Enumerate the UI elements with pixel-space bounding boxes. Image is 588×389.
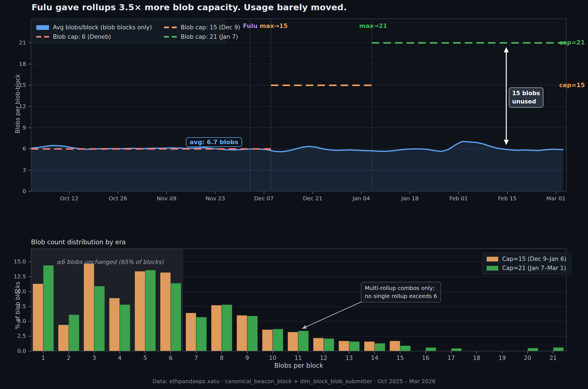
bar-cap15-14: [364, 342, 374, 351]
max15-label: max→15: [260, 22, 287, 29]
top-x-tick-label: Mar 01: [546, 195, 566, 202]
bar-cap21-3: [94, 286, 105, 351]
cap21-line-label: cap=21: [559, 39, 585, 46]
legend-label: Blob cap: 6 (Deneb): [53, 33, 111, 40]
bottom-x-tick-label: 9: [245, 355, 249, 361]
bar-cap21-15: [400, 346, 410, 351]
bar-cap15-6: [160, 273, 171, 351]
bar-cap21-8: [222, 305, 232, 351]
top-x-tick-label: Feb 15: [498, 195, 517, 202]
bottom-x-tick-label: 12: [320, 355, 327, 361]
fulu-fork-annotation: Fulu max→15: [243, 22, 288, 29]
bar-cap15-11: [288, 332, 298, 351]
bottom-x-tick-label: 13: [345, 355, 353, 361]
max21-annotation: max→21: [359, 22, 387, 29]
top-x-tick-label: Jan 18: [401, 195, 419, 202]
top-y-tick-label: 18: [19, 61, 26, 67]
bottom-x-tick-label: 3: [92, 355, 96, 361]
bar-cap15-7: [186, 313, 196, 351]
bottom-chart-legend: Cap=15 (Dec 9–Jan 6) Cap=21 (Jan 7–Mar 1…: [482, 253, 571, 274]
green-bar-swatch-icon: [487, 266, 498, 271]
top-x-tick-label: Oct 26: [109, 195, 127, 202]
bar-cap21-6: [171, 283, 181, 351]
arrow-head-icon: [301, 325, 307, 330]
legend-item-cap-6: Blob cap: 6 (Deneb): [36, 33, 152, 40]
bar-cap21-5: [145, 270, 156, 351]
bar-cap21-11: [298, 331, 309, 351]
bottom-x-axis-label: Blobs per block: [31, 362, 566, 369]
bottom-x-tick-label: 20: [524, 355, 531, 361]
bottom-x-tick-label: 6: [169, 355, 173, 361]
bar-cap21-2: [69, 315, 79, 351]
top-x-tick-label: Nov 23: [206, 195, 225, 202]
bottom-x-tick-label: 7: [194, 355, 198, 361]
bar-cap15-12: [313, 338, 323, 351]
bottom-chart-title: Blob count distribution by era: [31, 238, 126, 246]
bottom-x-tick-label: 15: [396, 355, 404, 361]
multi-rollup-arrow: [302, 298, 371, 329]
legend-label: Cap=21 (Jan 7–Mar 1): [502, 265, 566, 271]
top-y-tick-label: 15: [19, 82, 26, 88]
bar-cap21-1: [43, 265, 54, 351]
top-x-tick-label: Dec 21: [303, 195, 322, 202]
legend-label: Blob cap: 21 (Jan 7): [181, 33, 238, 40]
bottom-x-tick-label: 5: [143, 355, 147, 361]
top-y-tick-label: 21: [19, 39, 26, 46]
bar-cap15-1: [33, 284, 43, 351]
legend-item-cap15-era: Cap=15 (Dec 9–Jan 6): [487, 256, 566, 262]
bar-cap15-5: [135, 271, 145, 351]
bottom-x-tick-label: 21: [550, 355, 557, 361]
bar-cap21-13: [349, 342, 360, 351]
top-y-tick-label: 3: [22, 167, 26, 173]
legend-label: Avg blobs/block (blob blocks only): [53, 24, 152, 31]
bar-cap21-20: [528, 348, 538, 351]
figure: Fulu gave rollups 3.5× more blob capacit…: [0, 0, 588, 389]
bottom-y-tick-label: 12.5: [14, 273, 26, 280]
bar-cap21-17: [451, 348, 461, 351]
bar-cap21-12: [324, 339, 334, 351]
multi-rollup-callout: Multi-rollup combos only; no single roll…: [361, 282, 441, 302]
top-x-tick-label: Oct 12: [60, 195, 78, 202]
bottom-x-tick-label: 10: [269, 355, 276, 361]
orange-bar-swatch-icon: [487, 257, 498, 261]
top-x-tick-label: Jan 04: [353, 195, 370, 202]
bar-cap21-9: [247, 316, 258, 351]
bar-cap21-16: [426, 347, 436, 351]
bottom-y-tick-label: 5.0: [17, 318, 26, 324]
figure-title: Fulu gave rollups 3.5× more blob capacit…: [32, 2, 347, 12]
bottom-x-tick-label: 1: [41, 355, 45, 361]
bar-cap21-7: [196, 317, 207, 351]
salmon-dash-swatch-icon: [36, 36, 49, 38]
bar-cap21-21: [553, 347, 564, 351]
bottom-x-tick-label: 17: [447, 355, 455, 361]
bar-cap15-4: [109, 298, 120, 351]
bottom-x-tick-label: 16: [422, 355, 429, 361]
top-y-tick-label: 6: [22, 145, 26, 152]
top-y-tick-label: 0: [22, 188, 26, 194]
bottom-x-tick-label: 4: [118, 355, 121, 361]
bottom-x-tick-label: 2: [67, 355, 70, 361]
fulu-label: Fulu: [243, 22, 258, 29]
blue-line-swatch-icon: [36, 25, 49, 30]
legend-item-cap-15: Blob cap: 15 (Dec 9): [164, 24, 240, 31]
bottom-y-tick-label: 15.0: [14, 258, 26, 265]
top-x-tick-label: Nov 09: [157, 195, 176, 202]
legend-label: Cap=15 (Dec 9–Jan 6): [502, 256, 566, 262]
bar-cap15-10: [262, 330, 273, 351]
bottom-y-tick-label: 2.5: [17, 333, 26, 339]
top-x-tick-label: Feb 01: [449, 195, 468, 202]
bottom-x-tick-label: 8: [220, 355, 224, 361]
bottom-x-tick-label: 14: [371, 355, 378, 361]
data-source-footer: Data: ethpandaops xatu · canonical_beaco…: [0, 378, 588, 385]
orange-dash-swatch-icon: [164, 27, 177, 28]
bar-cap21-14: [375, 343, 385, 351]
legend-item-cap21-era: Cap=21 (Jan 7–Mar 1): [487, 265, 566, 271]
bottom-x-tick-label: 11: [294, 355, 302, 361]
bar-cap15-8: [211, 305, 222, 351]
charts-canvas: [0, 0, 588, 389]
bar-cap15-9: [237, 315, 247, 351]
legend-item-cap-21: Blob cap: 21 (Jan 7): [164, 33, 240, 40]
unused-capacity-callout: 15 blobs unused: [509, 87, 543, 108]
legend-label: Blob cap: 15 (Dec 9): [181, 24, 240, 31]
bottom-y-tick-label: 7.5: [17, 303, 26, 310]
